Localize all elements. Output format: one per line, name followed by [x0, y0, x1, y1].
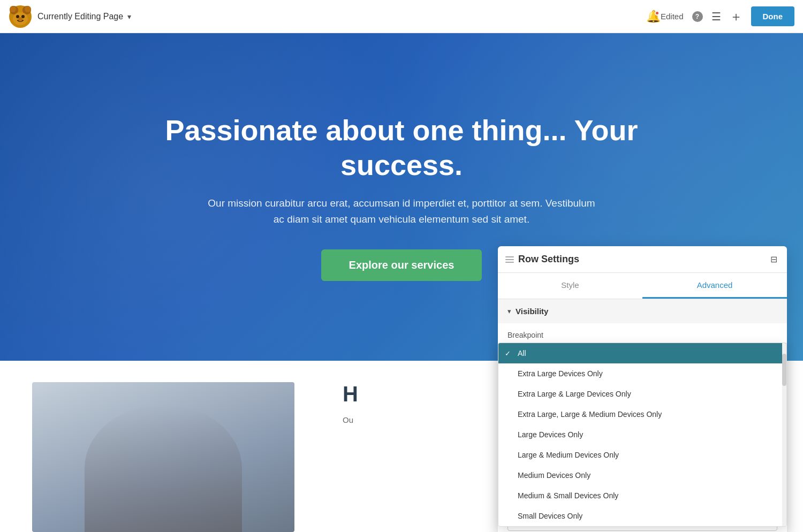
notification-button[interactable]: 🔔 [646, 10, 661, 24]
tab-advanced[interactable]: Advanced [642, 273, 787, 299]
svg-point-4 [16, 15, 19, 18]
drag-handle[interactable] [505, 256, 514, 263]
below-hero-left [0, 361, 321, 532]
topbar-right: Edited ? ☰ ＋ Done [661, 6, 794, 26]
done-button[interactable]: Done [751, 6, 795, 26]
row-settings-panel: Row Settings ⊟ Style Advanced ▾ Visibili… [498, 246, 787, 532]
svg-point-6 [18, 17, 22, 21]
hero-subtitle: Our mission curabitur arcu erat, accumsa… [203, 195, 600, 228]
dropdown-item-xl-only[interactable]: Extra Large Devices Only [498, 363, 786, 384]
breakpoint-label: Breakpoint [507, 331, 543, 339]
people-image [32, 382, 294, 532]
dropdown-item-medium-only[interactable]: Medium Devices Only [498, 465, 786, 485]
list-icon[interactable]: ☰ [711, 10, 721, 23]
add-icon[interactable]: ＋ [730, 8, 743, 25]
svg-point-8 [25, 6, 31, 12]
tab-style[interactable]: Style [498, 273, 642, 299]
hero-cta-button[interactable]: Explore our services [321, 249, 482, 281]
visibility-section: ▾ Visibility Breakpoint ✓ All Extra Larg… [498, 299, 787, 532]
breakpoint-row: Breakpoint [498, 323, 787, 343]
breakpoint-dropdown-container: ✓ All Extra Large Devices Only Extra Lar… [498, 343, 787, 503]
panel-title: Row Settings [518, 254, 579, 265]
dropdown-item-large-only[interactable]: Large Devices Only [498, 424, 786, 445]
scrollbar-thumb [782, 354, 786, 386]
dropdown-item-all[interactable]: ✓ All [498, 343, 786, 363]
visibility-section-header[interactable]: ▾ Visibility [498, 299, 787, 323]
chevron-down-icon[interactable]: ▾ [127, 12, 131, 21]
topbar-title-area: Currently Editing Page ▾ [37, 12, 646, 21]
dropdown-item-large-medium[interactable]: Large & Medium Devices Only [498, 445, 786, 465]
svg-point-7 [10, 6, 16, 12]
dropdown-item-medium-small[interactable]: Medium & Small Devices Only [498, 485, 786, 506]
panel-header-left: Row Settings [505, 254, 579, 265]
svg-point-5 [21, 15, 25, 18]
minimize-button[interactable]: ⊟ [770, 254, 777, 264]
help-icon[interactable]: ? [692, 11, 703, 22]
dropdown-list: ✓ All Extra Large Devices Only Extra Lar… [498, 343, 787, 527]
hero-title: Passionate about one thing... Your succe… [161, 113, 642, 183]
dropdown-item-xl-large[interactable]: Extra Large & Large Devices Only [498, 384, 786, 404]
dropdown-item-xl-large-medium[interactable]: Extra Large, Large & Medium Devices Only [498, 404, 786, 424]
scrollbar[interactable] [782, 343, 786, 526]
chevron-icon: ▾ [507, 307, 511, 315]
logo-icon [9, 5, 32, 28]
dropdown-item-small-only[interactable]: Small Devices Only [498, 506, 786, 526]
panel-header: Row Settings ⊟ [498, 246, 787, 273]
page-title: Currently Editing Page [37, 12, 123, 21]
edited-label: Edited [661, 12, 684, 21]
visibility-label: Visibility [516, 307, 548, 316]
main-content: Passionate about one thing... Your succe… [0, 33, 803, 532]
checkmark-icon: ✓ [505, 349, 511, 358]
notification-dot [655, 11, 660, 16]
panel-tabs: Style Advanced [498, 273, 787, 299]
topbar: Currently Editing Page ▾ 🔔 Edited ? ☰ ＋ … [0, 0, 803, 33]
